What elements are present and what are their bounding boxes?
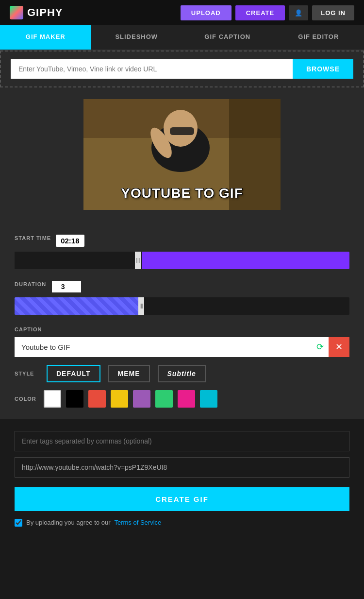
logo-icon xyxy=(10,6,23,19)
svg-rect-6 xyxy=(170,127,194,135)
color-swatch-cyan[interactable] xyxy=(200,390,217,408)
style-default-button[interactable]: DEFAULT xyxy=(47,365,100,382)
tab-gif-caption[interactable]: GIF CAPTION xyxy=(182,25,273,50)
caption-section: CAPTION ⟳ ✕ STYLE DEFAULT MEME Subtitle … xyxy=(15,326,349,408)
color-swatch-white[interactable] xyxy=(44,390,61,408)
color-swatch-yellow[interactable] xyxy=(111,390,128,408)
duration-input[interactable] xyxy=(52,281,81,292)
caption-clear-button[interactable]: ✕ xyxy=(329,337,349,357)
duration-slider-fill xyxy=(15,297,142,315)
header: GIPHY UPLOAD CREATE 👤 LOG IN xyxy=(0,0,364,25)
video-url-input[interactable] xyxy=(15,457,349,478)
color-label: COLOR xyxy=(15,396,39,402)
terms-text: By uploading you agree to our xyxy=(26,519,110,526)
logo: GIPHY xyxy=(10,6,63,19)
color-swatch-green[interactable] xyxy=(155,390,173,408)
start-slider-left xyxy=(15,252,138,269)
url-section: BROWSE xyxy=(0,51,364,87)
url-bar: BROWSE xyxy=(11,59,353,79)
style-subtitle-button[interactable]: Subtitle xyxy=(158,365,206,382)
start-slider-right xyxy=(142,252,349,269)
caption-label: CAPTION xyxy=(15,326,349,332)
tab-bar: GIF MAKER SLIDESHOW GIF CAPTION GIF EDIT… xyxy=(0,25,364,51)
color-swatch-black[interactable] xyxy=(66,390,83,408)
duration-slider-handle[interactable]: ||| xyxy=(138,297,144,315)
header-actions: UPLOAD CREATE 👤 LOG IN xyxy=(181,5,354,20)
color-row: COLOR xyxy=(15,390,349,408)
logo-text: GIPHY xyxy=(27,6,63,19)
duration-control: DURATION ||| xyxy=(15,281,349,315)
login-button[interactable]: LOG IN xyxy=(312,5,354,20)
start-time-value: 02:18 xyxy=(56,235,84,247)
preview-bg: YOUTUBE TO GIF xyxy=(83,99,281,210)
color-swatch-red[interactable] xyxy=(88,390,106,408)
duration-label: DURATION xyxy=(15,281,46,287)
url-input[interactable] xyxy=(11,59,293,79)
bottom-section: CREATE GIF By uploading you agree to our… xyxy=(0,419,364,538)
tab-slideshow[interactable]: SLIDESHOW xyxy=(91,25,182,50)
terms-link[interactable]: Terms of Service xyxy=(114,519,161,526)
terms-checkbox[interactable] xyxy=(15,519,22,527)
tab-gif-editor[interactable]: GIF EDITOR xyxy=(273,25,364,50)
preview-caption: YOUTUBE TO GIF xyxy=(83,186,281,201)
upload-button[interactable]: UPLOAD xyxy=(181,5,232,20)
preview-section: YOUTUBE TO GIF xyxy=(0,87,364,222)
start-time-slider[interactable]: ||| xyxy=(15,252,349,269)
user-icon-button[interactable]: 👤 xyxy=(289,5,308,20)
style-label: STYLE xyxy=(15,371,39,377)
start-slider-handle[interactable]: ||| xyxy=(135,252,141,269)
style-meme-button[interactable]: MEME xyxy=(108,365,150,382)
style-row: STYLE DEFAULT MEME Subtitle xyxy=(15,365,349,382)
terms-row: By uploading you agree to our Terms of S… xyxy=(15,519,349,527)
caption-input-row: ⟳ ✕ xyxy=(15,337,349,357)
duration-row: DURATION xyxy=(15,281,349,292)
duration-slider[interactable]: ||| xyxy=(15,297,349,315)
tags-input[interactable] xyxy=(15,431,349,451)
color-swatch-purple[interactable] xyxy=(133,390,150,408)
caption-input[interactable] xyxy=(15,337,312,357)
tab-gif-maker[interactable]: GIF MAKER xyxy=(0,25,91,50)
start-time-control: START TIME 02:18 ||| xyxy=(15,233,349,269)
controls-section: START TIME 02:18 ||| DURATION ||| CAPTIO… xyxy=(0,222,364,419)
create-gif-button[interactable]: CREATE GIF xyxy=(15,487,349,511)
start-time-label: START TIME xyxy=(15,235,51,241)
start-time-display: START TIME 02:18 xyxy=(15,235,84,247)
create-button[interactable]: CREATE xyxy=(235,5,285,20)
caption-refresh-icon[interactable]: ⟳ xyxy=(312,337,329,357)
browse-button[interactable]: BROWSE xyxy=(293,59,353,79)
preview-image: YOUTUBE TO GIF xyxy=(83,99,281,210)
color-swatch-pink[interactable] xyxy=(178,390,195,408)
